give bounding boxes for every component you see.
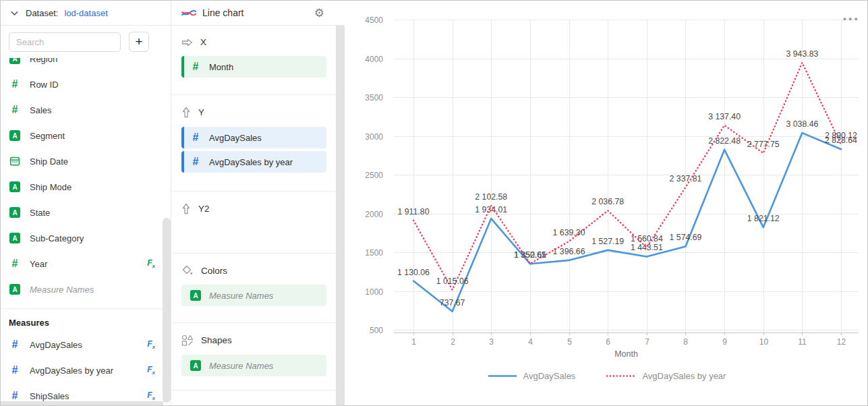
string-field-icon: A (9, 207, 20, 218)
data-label: 2 890.12 (825, 131, 857, 140)
y-tick-label: 4000 (365, 55, 383, 64)
string-field-icon: A (9, 284, 20, 295)
data-label: 1 396.66 (553, 247, 585, 256)
field-chip[interactable]: #AvgDaySales (181, 127, 326, 148)
chip-list-colors: AMeasure Names (181, 285, 326, 306)
number-field-icon: # (12, 258, 18, 269)
gear-icon[interactable]: ⚙ (314, 7, 324, 19)
chevron-down-icon[interactable] (9, 8, 20, 18)
arrow-up-icon (181, 203, 191, 214)
measure-list: #AvgDaySalesFx#AvgDaySales by yearFx#Shi… (1, 332, 163, 406)
chip-label: Month (209, 62, 233, 72)
measures-heading: Measures (1, 308, 163, 332)
chip-list-shapes: AMeasure Names (181, 355, 326, 376)
field-item[interactable]: #AvgDaySales by yearFx (1, 357, 163, 383)
field-label: AvgDaySales by year (30, 366, 113, 376)
data-label: 2 036.78 (591, 197, 624, 206)
arrow-right-icon (181, 38, 193, 47)
data-label: 2 337.81 (670, 174, 702, 183)
field-item[interactable]: #Sales (1, 97, 163, 123)
section-y2: Y2 (172, 192, 336, 254)
data-label: 1 443.51 (631, 243, 663, 252)
field-chip[interactable]: AMeasure Names (181, 355, 326, 376)
y-tick-label: 3000 (365, 132, 383, 142)
data-label: 3 137.40 (708, 112, 741, 121)
number-field-icon: # (12, 105, 18, 115)
field-label: Sales (30, 105, 52, 115)
section-y-label: Y (198, 107, 204, 117)
more-menu-icon[interactable]: ●●● (843, 16, 860, 22)
field-list-vertical-scrollbar[interactable] (163, 218, 171, 403)
formula-icon: Fx (147, 339, 155, 350)
string-field-icon: A (9, 130, 20, 141)
section-y2-label: Y2 (198, 204, 210, 214)
x-tick-label: 5 (567, 337, 572, 347)
y-tick-label: 2000 (365, 210, 383, 219)
data-label: 1 639.30 (553, 228, 585, 237)
chip-label: AvgDaySales by year (209, 157, 293, 167)
data-label: 737.67 (440, 298, 465, 308)
shapes-icon (181, 335, 194, 346)
field-label: Segment (30, 131, 65, 141)
number-field-icon: # (193, 61, 199, 72)
string-field-icon: A (9, 181, 20, 192)
data-label: 1 527.19 (591, 237, 624, 246)
field-item[interactable]: #AvgDaySalesFx (1, 332, 163, 357)
calendar-icon (9, 156, 20, 167)
chart-area: 5001000150020002500300035004000450012345… (345, 1, 868, 406)
y-tick-label: 3500 (365, 93, 383, 103)
number-field-icon: # (12, 390, 18, 401)
line-chart-canvas: 5001000150020002500300035004000450012345… (345, 1, 868, 368)
field-list-horizontal-scrollbar[interactable] (1, 401, 163, 405)
field-item[interactable]: AShip Mode (1, 174, 163, 200)
x-tick-label: 7 (645, 337, 649, 347)
field-item[interactable]: Ship Date (1, 148, 163, 174)
y-tick-label: 4500 (365, 16, 383, 25)
field-item[interactable]: ASub-Category (1, 225, 163, 251)
field-label: Ship Date (30, 156, 68, 167)
data-label: 1 821.12 (747, 214, 780, 223)
data-label: 2 102.58 (475, 192, 507, 202)
chip-label: Measure Names (209, 291, 273, 301)
dataset-panel: Dataset: lod-dataset + ARegion#Row ID#Sa… (1, 1, 171, 405)
field-item[interactable]: ASegment (1, 123, 163, 148)
y-tick-label: 1500 (365, 248, 383, 258)
field-chip[interactable]: #Month (181, 56, 326, 78)
x-tick-label: 2 (451, 337, 455, 347)
search-input[interactable] (9, 32, 121, 52)
data-label: 1 015.06 (436, 277, 469, 286)
y-tick-label: 2500 (365, 171, 383, 180)
string-field-icon: A (190, 290, 201, 301)
legend-line-dotted (606, 374, 636, 378)
dimension-list: ARegion#Row ID#SalesASegmentShip DateASh… (1, 46, 163, 302)
data-label: 1 560.84 (631, 234, 663, 243)
x-tick-label: 4 (528, 337, 533, 347)
config-panel-scrollbar[interactable] (336, 26, 345, 406)
field-chip[interactable]: #AvgDaySales by year (181, 151, 326, 173)
dataset-name-link[interactable]: lod-dataset (64, 8, 107, 18)
legend-item-avgdaysales[interactable]: AvgDaySales (488, 371, 576, 381)
section-colors-label: Colors (201, 266, 227, 276)
field-chip[interactable]: AMeasure Names (181, 285, 326, 306)
dataset-label: Dataset: (26, 8, 58, 18)
number-field-icon: # (193, 132, 199, 143)
y-tick-label: 500 (370, 326, 383, 335)
x-tick-label: 9 (722, 337, 727, 347)
add-field-button[interactable]: + (129, 32, 149, 52)
field-item[interactable]: #YearFx (1, 251, 163, 277)
chart-type-label[interactable]: Line chart (202, 7, 243, 18)
series-line-1[interactable] (413, 63, 841, 290)
field-item[interactable]: AMeasure Names (1, 277, 163, 302)
config-body: X #Month Y #AvgDaySales#AvgDaySales by y… (172, 26, 336, 390)
field-item[interactable]: #Row ID (1, 71, 163, 97)
app-window: Dataset: lod-dataset + ARegion#Row ID#Sa… (0, 0, 868, 406)
data-label: 3 943.83 (786, 49, 818, 59)
legend-item-avgdaysales-by-year[interactable]: AvgDaySales by year (606, 371, 726, 381)
chip-list-y: #AvgDaySales#AvgDaySales by year (181, 127, 326, 173)
number-field-icon: # (12, 365, 18, 376)
field-label: AvgDaySales (30, 340, 82, 350)
chip-label: Measure Names (209, 361, 273, 371)
field-item[interactable]: AState (1, 200, 163, 225)
data-label: 1 911.80 (398, 207, 430, 216)
section-x: X #Month (172, 26, 336, 95)
